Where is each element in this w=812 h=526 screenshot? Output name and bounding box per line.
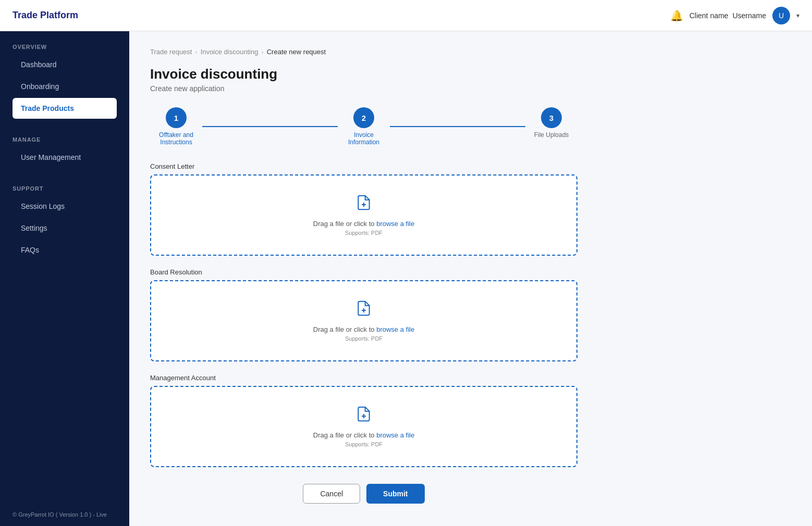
step-circle-3: 3 xyxy=(541,107,562,128)
sidebar-section-label-support: SUPPORT xyxy=(13,185,117,192)
upload-label-consent: Consent Letter xyxy=(150,162,577,170)
sidebar-item-session-logs[interactable]: Session Logs xyxy=(13,196,117,217)
sidebar-item-dashboard[interactable]: Dashboard xyxy=(13,54,117,75)
breadcrumb-sep-1: › xyxy=(195,48,197,56)
file-upload-icon-2 xyxy=(355,300,372,320)
sidebar-section-manage: MANAGE User Management xyxy=(0,124,129,173)
sidebar-item-label: Dashboard xyxy=(21,60,57,69)
upload-dropzone-management[interactable]: Drag a file or click to browse a file Su… xyxy=(150,386,577,467)
step-1: 1 Offtaker and Instructions xyxy=(150,107,202,146)
file-upload-icon-3 xyxy=(355,406,372,426)
browse-link-consent[interactable]: browse a file xyxy=(376,220,414,228)
sidebar: OVERVIEW Dashboard Onboarding Trade Prod… xyxy=(0,31,129,526)
upload-text-board: Drag a file or click to browse a file xyxy=(313,325,414,333)
sidebar-item-label: Trade Products xyxy=(21,104,74,112)
stepper: 1 Offtaker and Instructions 2 Invoice In… xyxy=(150,107,577,146)
browse-link-management[interactable]: browse a file xyxy=(376,431,414,439)
chevron-down-icon[interactable]: ▾ xyxy=(796,12,799,19)
avatar[interactable]: U xyxy=(772,7,790,24)
submit-button[interactable]: Submit xyxy=(366,484,424,504)
step-label-2: Invoice Information xyxy=(338,131,390,146)
topnav-right: 🔔 Client name Username U ▾ xyxy=(670,7,799,24)
sidebar-item-label: Settings xyxy=(21,224,47,232)
notification-bell-icon[interactable]: 🔔 xyxy=(670,9,683,22)
step-2: 2 Invoice Information xyxy=(338,107,390,146)
upload-text-consent: Drag a file or click to browse a file xyxy=(313,220,414,228)
topnav: Trade Platform 🔔 Client name Username U … xyxy=(0,0,812,31)
sidebar-section-label-manage: MANAGE xyxy=(13,136,117,143)
breadcrumb-invoice-discounting[interactable]: Invoice discounting xyxy=(201,48,259,56)
username-label: Username xyxy=(732,11,766,20)
sidebar-item-user-management[interactable]: User Management xyxy=(13,147,117,168)
step-circle-2: 2 xyxy=(353,107,374,128)
browse-link-board[interactable]: browse a file xyxy=(376,325,414,333)
step-line-1 xyxy=(202,126,338,127)
step-3: 3 File Uploads xyxy=(525,107,577,139)
sidebar-section-support: SUPPORT Session Logs Settings FAQs xyxy=(0,173,129,266)
button-row: Cancel Submit xyxy=(150,484,577,524)
cancel-button[interactable]: Cancel xyxy=(303,484,360,504)
sidebar-section-overview: OVERVIEW Dashboard Onboarding Trade Prod… xyxy=(0,31,129,124)
client-name-label: Client name xyxy=(690,11,729,20)
upload-dropzone-consent[interactable]: Drag a file or click to browse a file Su… xyxy=(150,174,577,256)
upload-supports-board: Supports: PDF xyxy=(345,335,383,342)
sidebar-footer: © GreyParrot IO ( Version 1.0 ) - Live xyxy=(0,503,129,526)
sidebar-section-label-overview: OVERVIEW xyxy=(13,44,117,50)
sidebar-item-label: Session Logs xyxy=(21,202,65,210)
breadcrumb-current: Create new request xyxy=(267,48,326,56)
sidebar-item-label: User Management xyxy=(21,153,81,161)
sidebar-item-faqs[interactable]: FAQs xyxy=(13,240,117,260)
page-subtitle: Create new application xyxy=(150,84,577,93)
upload-label-board: Board Resolution xyxy=(150,268,577,276)
upload-section-consent-letter: Consent Letter Drag a file or click to b… xyxy=(150,162,577,256)
step-line-2 xyxy=(390,126,525,127)
upload-supports-management: Supports: PDF xyxy=(345,441,383,447)
breadcrumb-sep-2: › xyxy=(261,48,263,56)
upload-section-management-account: Management Account Drag a file or click … xyxy=(150,374,577,467)
main-content: Trade request › Invoice discounting › Cr… xyxy=(129,31,812,526)
app-logo: Trade Platform xyxy=(13,10,78,21)
sidebar-item-label: Onboarding xyxy=(21,82,59,91)
upload-section-board-resolution: Board Resolution Drag a file or click to… xyxy=(150,268,577,361)
sidebar-item-settings[interactable]: Settings xyxy=(13,218,117,239)
breadcrumb: Trade request › Invoice discounting › Cr… xyxy=(150,48,577,56)
sidebar-item-onboarding[interactable]: Onboarding xyxy=(13,76,117,97)
layout: OVERVIEW Dashboard Onboarding Trade Prod… xyxy=(0,31,812,526)
page-title: Invoice discounting xyxy=(150,66,577,82)
breadcrumb-trade-request[interactable]: Trade request xyxy=(150,48,192,56)
upload-dropzone-board[interactable]: Drag a file or click to browse a file Su… xyxy=(150,280,577,361)
file-upload-icon xyxy=(355,194,372,215)
step-label-1: Offtaker and Instructions xyxy=(150,131,202,146)
sidebar-item-trade-products[interactable]: Trade Products xyxy=(13,98,117,119)
upload-label-management: Management Account xyxy=(150,374,577,382)
upload-supports-consent: Supports: PDF xyxy=(345,230,383,236)
upload-text-management: Drag a file or click to browse a file xyxy=(313,431,414,439)
sidebar-item-label: FAQs xyxy=(21,246,39,254)
step-circle-1: 1 xyxy=(166,107,187,128)
user-info: Client name Username xyxy=(690,11,766,20)
step-label-3: File Uploads xyxy=(525,131,577,139)
